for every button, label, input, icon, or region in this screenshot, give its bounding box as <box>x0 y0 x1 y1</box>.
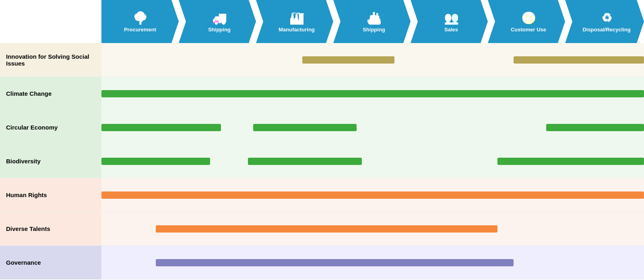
bars-climate <box>101 77 644 110</box>
chevron-customer_use: 😊Customer Use <box>488 0 565 43</box>
chevron-procurement: 🌳Procurement <box>101 0 179 43</box>
disposal-icon: ♻ <box>601 11 612 25</box>
row-biodiversity: Biodiversity <box>0 144 644 178</box>
bar-governance-0 <box>156 259 514 266</box>
disposal-label: Disposal/Recycling <box>582 27 630 33</box>
chevron-manufacturing: 🏭Manufacturing <box>256 0 333 43</box>
customer_use-label: Customer Use <box>511 27 546 33</box>
label-governance: Governance <box>0 246 101 279</box>
customer_use-icon: 😊 <box>521 11 536 25</box>
bar-biodiversity-2 <box>497 158 644 165</box>
shipping2-label: Shipping <box>363 27 385 33</box>
row-diverse: Diverse Talents <box>0 212 644 246</box>
bar-human_rights-0 <box>101 191 644 199</box>
header-row: 🌳Procurement🚚Shipping🏭Manufacturing🚢Ship… <box>101 0 644 43</box>
row-climate: Climate Change <box>0 77 644 111</box>
shipping1-icon: 🚚 <box>212 11 227 25</box>
bar-biodiversity-0 <box>101 158 210 165</box>
row-innovation: Innovation for Solving Social Issues <box>0 43 644 77</box>
shipping1-label: Shipping <box>208 27 231 33</box>
bars-governance <box>101 246 644 279</box>
sales-label: Sales <box>444 27 458 33</box>
label-human_rights: Human Rights <box>0 178 101 212</box>
chevron-disposal: ♻Disposal/Recycling <box>565 0 644 43</box>
chevron-shipping2: 🚢Shipping <box>333 0 411 43</box>
bar-climate-0 <box>101 90 644 97</box>
bars-biodiversity <box>101 144 644 178</box>
manufacturing-icon: 🏭 <box>289 11 304 25</box>
procurement-label: Procurement <box>124 27 156 33</box>
manufacturing-label: Manufacturing <box>279 27 315 33</box>
bar-circular-2 <box>546 124 644 131</box>
label-diverse: Diverse Talents <box>0 212 101 245</box>
bars-human_rights <box>101 178 644 212</box>
bar-diverse-0 <box>156 225 497 233</box>
bar-circular-0 <box>101 124 221 131</box>
bars-innovation <box>101 43 644 76</box>
shipping2-icon: 🚢 <box>367 11 382 25</box>
bar-innovation-0 <box>302 56 394 64</box>
bar-biodiversity-1 <box>248 158 362 165</box>
chevron-shipping1: 🚚Shipping <box>179 0 256 43</box>
row-human_rights: Human Rights <box>0 178 644 212</box>
label-innovation: Innovation for Solving Social Issues <box>0 43 101 76</box>
row-governance: Governance <box>0 246 644 280</box>
procurement-icon: 🌳 <box>133 11 148 25</box>
bars-circular <box>101 111 644 144</box>
bars-diverse <box>101 212 644 245</box>
data-section: Innovation for Solving Social IssuesClim… <box>0 43 644 280</box>
sales-icon: 👥 <box>444 11 459 25</box>
label-climate: Climate Change <box>0 77 101 110</box>
label-circular: Circular Economy <box>0 111 101 144</box>
bar-circular-1 <box>253 124 356 131</box>
row-circular: Circular Economy <box>0 111 644 144</box>
label-biodiversity: Biodiversity <box>0 144 101 178</box>
bar-innovation-1 <box>514 56 644 64</box>
main-chart: 🌳Procurement🚚Shipping🏭Manufacturing🚢Ship… <box>0 0 644 280</box>
chevron-sales: 👥Sales <box>411 0 488 43</box>
